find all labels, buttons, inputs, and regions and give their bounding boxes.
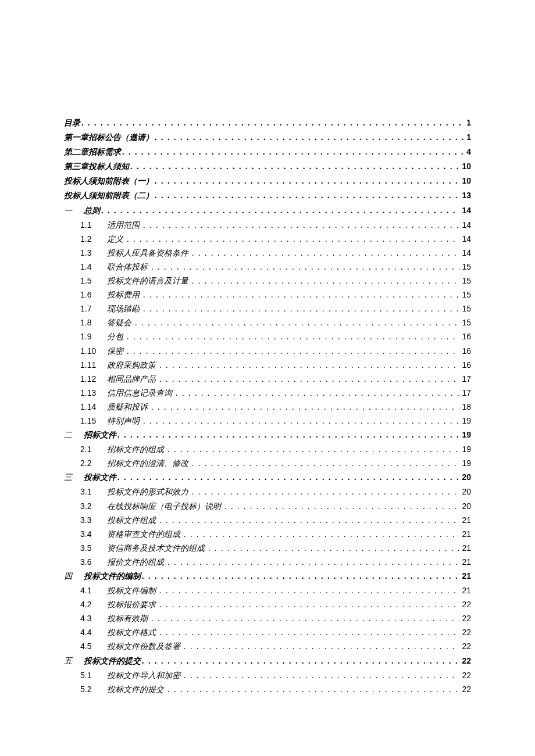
toc-top-label: 第三章投标人须知 <box>64 160 130 173</box>
toc-section-label: 招标文件 <box>84 428 117 442</box>
leader-dots <box>159 598 459 611</box>
toc-row: 投标人须知前附表（一）10 <box>64 174 471 188</box>
toc-page: 19 <box>459 457 471 470</box>
toc-item-number: 5.1 <box>80 669 107 682</box>
toc-row: 5.2投标文件的提交22 <box>64 683 471 696</box>
toc-page: 10 <box>459 174 471 188</box>
leader-dots <box>167 443 459 456</box>
toc-row: 1.7现场踏勘15 <box>64 302 471 316</box>
toc-row: 3.1投标文件的形式和效力20 <box>64 485 471 499</box>
toc-row: 1.8答疑会15 <box>64 316 471 329</box>
toc-row: 1.5投标文件的语言及计量15 <box>64 274 471 288</box>
leader-dots <box>155 131 464 144</box>
toc-row: 1.13信用信息记录查询17 <box>64 386 471 400</box>
toc-item-label: 投标文件份数及签署 <box>107 640 184 653</box>
toc-page: 22 <box>459 598 471 611</box>
toc-page: 20 <box>459 471 471 484</box>
toc-page: 14 <box>459 232 471 246</box>
toc-row: 第三章投标人须知10 <box>64 160 471 173</box>
leader-dots <box>142 654 459 668</box>
toc-item-label: 联合体投标 <box>107 260 151 274</box>
toc-item-label: 投标文件的形式和效力 <box>107 485 192 499</box>
toc-row: 1.9分包16 <box>64 330 471 343</box>
toc-row: 2.2招标文件的澄清、修改19 <box>64 457 471 470</box>
toc-item-number: 1.5 <box>80 274 107 288</box>
toc-item-number: 2.2 <box>80 457 107 470</box>
leader-dots <box>159 514 459 527</box>
toc-page: 21 <box>459 528 471 541</box>
leader-dots <box>142 569 459 583</box>
toc-page: 22 <box>459 640 471 653</box>
toc-item-number: 3.1 <box>80 485 107 499</box>
leader-dots <box>192 457 459 470</box>
toc-section-roman: 三 <box>64 471 84 484</box>
toc-item-number: 4.3 <box>80 612 107 625</box>
toc-page: 22 <box>459 669 471 682</box>
leader-dots <box>192 246 459 260</box>
toc-page: 20 <box>459 500 471 513</box>
toc-page: 15 <box>459 260 471 274</box>
toc-section-label: 投标文件 <box>84 471 117 484</box>
leader-dots <box>192 274 459 288</box>
leader-dots <box>224 500 459 513</box>
toc-page: 22 <box>459 626 471 639</box>
toc-item-number: 4.1 <box>80 584 107 597</box>
toc-top-label: 投标人须知前附表（二） <box>64 189 155 202</box>
toc-row: 五投标文件的提交22 <box>64 654 471 668</box>
toc-page: 19 <box>459 428 471 442</box>
leader-dots <box>81 116 464 130</box>
toc-item-label: 投标文件的提交 <box>107 683 167 696</box>
toc-row: 1.10保密16 <box>64 345 471 358</box>
toc-page: 14 <box>459 246 471 260</box>
leader-dots <box>127 345 459 358</box>
toc-item-number: 1.14 <box>80 400 107 414</box>
table-of-contents: 目录1第一章招标公告（邀请）1第二章招标需求4第三章投标人须知10投标人须知前附… <box>64 116 471 696</box>
toc-item-label: 资格审查文件的组成 <box>107 528 184 541</box>
toc-row: 4.3投标有效期22 <box>64 612 471 625</box>
toc-item-label: 投标文件组成 <box>107 514 159 527</box>
leader-dots <box>155 174 459 188</box>
toc-section-roman: 一 <box>64 204 84 217</box>
toc-section-roman: 五 <box>64 654 84 668</box>
leader-dots <box>184 640 459 653</box>
toc-top-label: 第二章招标需求 <box>64 145 122 159</box>
toc-page: 22 <box>459 683 471 696</box>
toc-top-label: 第一章招标公告（邀请） <box>64 131 155 144</box>
toc-item-label: 分包 <box>107 330 127 343</box>
toc-page: 18 <box>459 400 471 414</box>
toc-item-label: 特别声明 <box>107 414 143 428</box>
toc-item-number: 3.6 <box>80 556 107 569</box>
toc-row: 3.3投标文件组成21 <box>64 514 471 527</box>
leader-dots <box>127 232 459 246</box>
toc-item-label: 在线投标响应（电子投标）说明 <box>107 500 224 513</box>
toc-page: 17 <box>459 372 471 386</box>
toc-page: 22 <box>459 612 471 625</box>
toc-page: 15 <box>459 302 471 316</box>
toc-page: 10 <box>459 160 471 173</box>
toc-item-label: 投标文件的语言及计量 <box>107 274 192 288</box>
toc-item-label: 现场踏勘 <box>107 302 143 316</box>
leader-dots <box>117 471 459 484</box>
toc-row: 4.2投标报价要求22 <box>64 598 471 611</box>
toc-section-roman: 二 <box>64 428 84 442</box>
leader-dots <box>151 260 459 274</box>
toc-row: 3.4资格审查文件的组成21 <box>64 528 471 541</box>
toc-row: 2.1招标文件的组成19 <box>64 443 471 456</box>
toc-row: 1.11政府采购政策16 <box>64 359 471 372</box>
toc-item-number: 1.12 <box>80 372 107 386</box>
leader-dots <box>101 204 459 217</box>
toc-item-label: 信用信息记录查询 <box>107 386 176 400</box>
toc-item-label: 资信商务及技术文件的组成 <box>107 542 208 555</box>
toc-row: 一总则14 <box>64 204 471 217</box>
toc-row: 第二章招标需求4 <box>64 145 471 159</box>
leader-dots <box>143 288 459 302</box>
toc-item-number: 5.2 <box>80 683 107 696</box>
toc-page: 21 <box>459 542 471 555</box>
toc-item-number: 1.6 <box>80 288 107 302</box>
toc-item-number: 4.2 <box>80 598 107 611</box>
toc-page: 14 <box>459 204 471 217</box>
toc-row: 5.1投标文件导入和加密22 <box>64 669 471 682</box>
toc-page: 19 <box>459 414 471 428</box>
leader-dots <box>159 359 459 372</box>
toc-row: 投标人须知前附表（二）13 <box>64 189 471 202</box>
